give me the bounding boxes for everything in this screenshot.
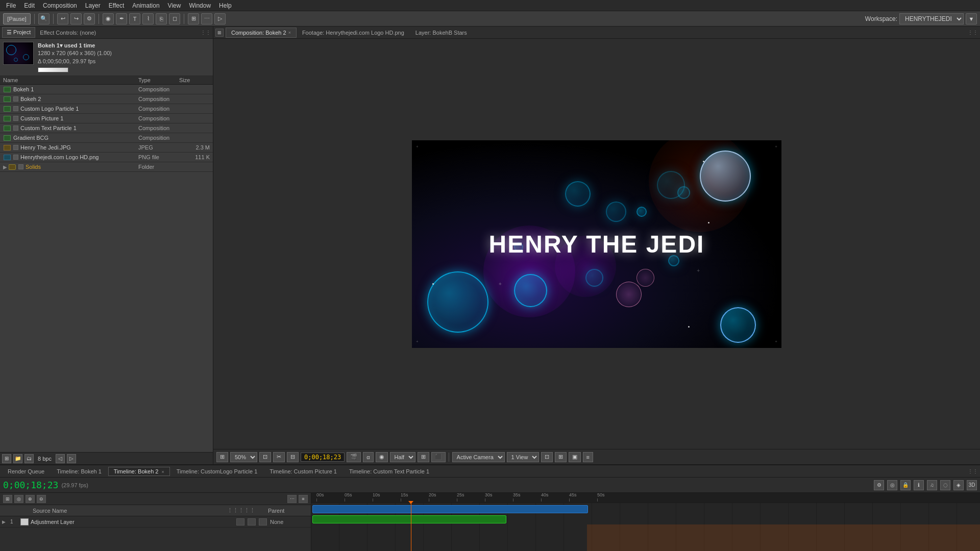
tab-footage[interactable]: Footage: Henrythejedi.com Logo HD.png bbox=[297, 28, 410, 38]
list-item[interactable]: Custom Picture 1 Composition bbox=[0, 114, 213, 123]
comp-icon bbox=[3, 95, 11, 103]
color-info-btn[interactable]: ◉ bbox=[376, 452, 388, 462]
viewer-layout-btn[interactable]: ⊞ bbox=[555, 452, 567, 462]
tl-solo-all-btn[interactable]: ◎ bbox=[14, 495, 23, 503]
snap-button[interactable]: ⋯ bbox=[201, 13, 212, 24]
text-button[interactable]: T bbox=[129, 13, 140, 24]
tab-timeline-custompic[interactable]: Timeline: Custom Picture 1 bbox=[264, 467, 342, 476]
render-button[interactable]: ⚙ bbox=[84, 13, 95, 24]
layer-parent[interactable]: None bbox=[268, 519, 309, 525]
tl-layer-row[interactable]: ▶ 1 Adjustment Layer None bbox=[0, 516, 311, 528]
tab-timeline-customlogo[interactable]: Timeline: CustomLogo Particle 1 bbox=[171, 467, 263, 476]
tl-playhead[interactable] bbox=[411, 503, 411, 551]
viewer-options[interactable]: ⊞ bbox=[215, 29, 224, 37]
tl-new-layer-btn[interactable]: ⊞ bbox=[3, 495, 12, 503]
folder-btn[interactable]: 📁 bbox=[13, 454, 22, 463]
tab-timeline-bokeh1[interactable]: Timeline: Bokeh 1 bbox=[51, 467, 107, 476]
layer-switch-2[interactable] bbox=[248, 518, 256, 525]
align-button[interactable]: ⊞ bbox=[188, 13, 199, 24]
fit-btn[interactable]: ⊡ bbox=[259, 452, 271, 462]
menu-composition[interactable]: Composition bbox=[39, 1, 81, 10]
viewer-comp-btn[interactable]: ⊞ bbox=[216, 452, 228, 462]
search-button[interactable]: 🔍 bbox=[38, 13, 50, 24]
menu-effect[interactable]: Effect bbox=[105, 1, 128, 10]
menu-edit[interactable]: Edit bbox=[20, 1, 39, 10]
flow-btn[interactable]: ◁ bbox=[56, 454, 65, 463]
comp-button[interactable]: ◉ bbox=[103, 13, 114, 24]
tl-frame-blend-btn[interactable]: ◈ bbox=[953, 480, 964, 490]
reset-view-btn[interactable]: ⊡ bbox=[541, 452, 553, 462]
tl-expand-btn[interactable]: ⊕ bbox=[26, 495, 35, 503]
viewer-toggle-btn[interactable]: ▣ bbox=[569, 452, 581, 462]
viewer-extra-btn[interactable]: ≡ bbox=[583, 452, 593, 462]
list-item[interactable]: Bokeh 2 Composition bbox=[0, 94, 213, 104]
tab-project[interactable]: ☰ Project bbox=[2, 27, 35, 38]
snapshot-btn[interactable]: ✂ bbox=[273, 452, 285, 462]
clone-button[interactable]: ⎘ bbox=[156, 13, 167, 24]
eraser-button[interactable]: ◻ bbox=[169, 13, 180, 24]
timeline-grab[interactable]: ⋮⋮ bbox=[968, 468, 978, 474]
tab-timeline-bokeh2[interactable]: Timeline: Bokeh 2 × bbox=[108, 467, 170, 476]
close-timeline-bokeh2[interactable]: × bbox=[162, 469, 164, 474]
close-tab-bokeh2[interactable]: × bbox=[288, 30, 291, 35]
tl-switch-btn[interactable]: ⋯ bbox=[287, 495, 297, 503]
view-dropdown[interactable]: 1 View bbox=[507, 452, 539, 462]
tab-timeline-customtext[interactable]: Timeline: Custom Text Particle 1 bbox=[344, 467, 435, 476]
redo-button[interactable]: ↪ bbox=[70, 13, 82, 24]
tl-solo-btn[interactable]: ◎ bbox=[887, 480, 897, 490]
layer-switch-1[interactable] bbox=[236, 518, 244, 525]
menu-help[interactable]: Help bbox=[215, 1, 236, 10]
region-btn[interactable]: ⊟ bbox=[287, 452, 299, 462]
track-bar-blue[interactable] bbox=[312, 505, 588, 513]
alpha-btn[interactable]: α bbox=[363, 452, 373, 462]
panel-grab[interactable]: ⋮⋮ bbox=[201, 30, 211, 35]
tl-mode-btn[interactable]: ≡ bbox=[299, 495, 308, 503]
layer-visibility[interactable] bbox=[20, 518, 29, 525]
menu-layer[interactable]: Layer bbox=[81, 1, 105, 10]
track-bar-green[interactable] bbox=[312, 515, 506, 523]
list-item[interactable]: Custom Text Particle 1 Composition bbox=[0, 123, 213, 133]
brush-button[interactable]: ⌇ bbox=[142, 13, 154, 24]
list-item[interactable]: Gradient BCG Composition bbox=[0, 133, 213, 143]
viewer-grab[interactable]: ⋮⋮ bbox=[968, 30, 978, 35]
settings-btn[interactable]: 🗂 bbox=[24, 454, 34, 463]
menu-window[interactable]: Window bbox=[185, 1, 215, 10]
tl-track-area[interactable] bbox=[311, 503, 980, 551]
new-item-btn[interactable]: ⊞ bbox=[2, 454, 11, 463]
list-item[interactable]: Henrythejedi.com Logo HD.png PNG file 11… bbox=[0, 153, 213, 162]
grid-btn[interactable]: ⊞ bbox=[418, 452, 429, 462]
list-item[interactable]: Henry The Jedi.JPG JPEG 2.3 M bbox=[0, 143, 213, 153]
search-btn[interactable]: ▷ bbox=[67, 454, 76, 463]
list-item[interactable]: ▶ Solids Folder bbox=[0, 162, 213, 172]
tab-effect-controls[interactable]: Effect Controls: (none) bbox=[35, 28, 101, 38]
tab-layer-bokehb[interactable]: Layer: BokehB Stars bbox=[410, 28, 473, 38]
timecode-display[interactable]: 0;00;18;23 bbox=[301, 453, 345, 462]
transparency-btn[interactable]: ⬛ bbox=[431, 452, 446, 462]
quality-dropdown[interactable]: Half bbox=[390, 452, 415, 462]
pen-button[interactable]: ✒ bbox=[116, 13, 127, 24]
menu-animation[interactable]: Animation bbox=[128, 1, 163, 10]
layer-switch-3[interactable] bbox=[259, 518, 267, 525]
undo-button[interactable]: ↩ bbox=[57, 13, 68, 24]
tab-render-queue[interactable]: Render Queue bbox=[2, 467, 50, 476]
workspace-expand[interactable]: ▼ bbox=[966, 13, 977, 24]
zoom-dropdown[interactable]: 50% bbox=[230, 452, 257, 462]
tl-settings-btn[interactable]: ⚙ bbox=[874, 480, 884, 490]
tl-collapse-btn[interactable]: ⊖ bbox=[37, 495, 46, 503]
list-item[interactable]: Custom Logo Particle 1 Composition bbox=[0, 104, 213, 114]
3d-button[interactable]: ▷ bbox=[214, 13, 226, 24]
tl-lock-btn[interactable]: 🔒 bbox=[900, 480, 911, 490]
tl-motion-blur-btn[interactable]: ◌ bbox=[940, 480, 950, 490]
camera-dropdown[interactable]: Active Camera bbox=[452, 452, 505, 462]
pause-button[interactable]: [Pause] bbox=[3, 13, 31, 24]
tl-info-btn[interactable]: ℹ bbox=[914, 480, 924, 490]
menu-view[interactable]: View bbox=[164, 1, 185, 10]
menu-file[interactable]: File bbox=[2, 1, 20, 10]
timeline-timecode[interactable]: 0;00;18;23 bbox=[3, 480, 58, 490]
tab-comp-bokeh2[interactable]: Composition: Bokeh 2 × bbox=[226, 28, 297, 38]
workspace-dropdown[interactable]: HENRYTHEJEDI bbox=[899, 13, 964, 24]
frame-btn[interactable]: 🎬 bbox=[347, 452, 361, 462]
tl-audio-btn[interactable]: ♫ bbox=[927, 480, 937, 490]
list-item[interactable]: Bokeh 1 Composition bbox=[0, 85, 213, 94]
tl-3d-btn[interactable]: 3D bbox=[967, 480, 977, 490]
